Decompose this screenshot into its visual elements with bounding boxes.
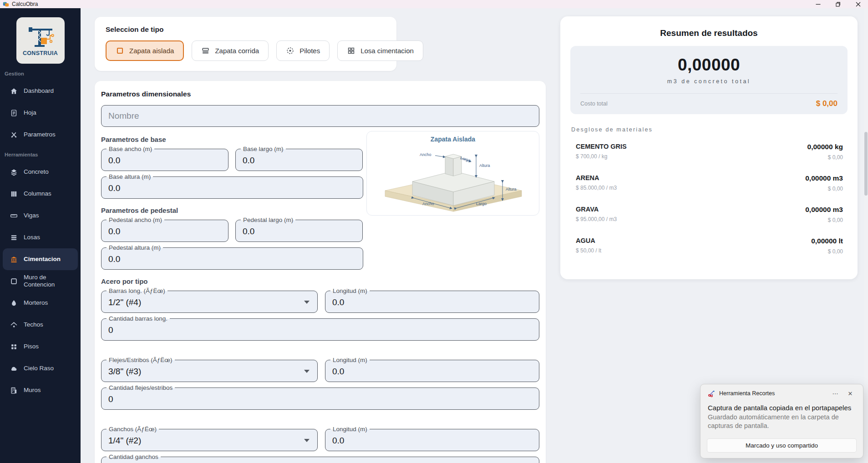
material-name: AGUA	[576, 237, 601, 244]
type-button-pilotes[interactable]: Pilotes	[276, 40, 330, 61]
markup-share-button[interactable]: Marcado y uso compartido	[707, 438, 857, 453]
minimize-icon	[816, 2, 821, 7]
more-options-icon[interactable]: ⋯	[830, 390, 841, 397]
zapata-drawing	[367, 131, 539, 216]
field-label: Cantidad ganchos	[107, 453, 161, 461]
sidebar-item-pisos[interactable]: Pisos	[3, 336, 78, 357]
type-button-label: Zapata aislada	[129, 47, 174, 55]
sidebar-item-dashboard[interactable]: Dashboard	[3, 80, 78, 102]
sidebar-section-herramientas: Herramientas	[5, 152, 81, 157]
field-value: 3/8" (#3)	[108, 367, 141, 377]
type-button-zapata-aislada[interactable]: Zapata aislada	[106, 40, 184, 61]
field-label: Cantidad flejes/estribos	[107, 384, 175, 392]
sidebar-item-techos[interactable]: Techos	[3, 314, 78, 336]
app-logo: CONSTRUIA	[16, 17, 65, 64]
longitud-input[interactable]: Longitud (m) 0.0	[325, 429, 539, 451]
field-value: 0.0	[332, 367, 344, 377]
sidebar-item-label: Columnas	[24, 190, 51, 197]
select-flejes-estribos[interactable]: Flejes/Estribos (ÃƒËœ) 3/8" (#3)	[101, 360, 318, 382]
field-value: 0.0	[243, 226, 254, 237]
toast-body: Guardado automáticamente en la carpeta d…	[708, 413, 847, 430]
pedestal-largo-input[interactable]: Pedestal largo (m) 0.0	[235, 220, 363, 242]
field-label: Cantidad barras long.	[107, 315, 170, 322]
rows-icon	[10, 234, 18, 242]
parameters-card: Parametros dimensionales Parametros de b…	[95, 81, 546, 463]
pedestal-altura-input[interactable]: Pedestal altura (m) 0.0	[101, 247, 363, 270]
field-value: 0.0	[108, 183, 120, 193]
field-value: 0.0	[332, 436, 344, 446]
material-price: $ 700,00 / kg	[576, 153, 627, 160]
cantidad-ganchos-input[interactable]: Cantidad ganchos 0	[101, 457, 539, 463]
slab-icon	[201, 46, 210, 55]
sidebar-item-muro-de-contencion[interactable]: Muro de Contencion	[3, 270, 78, 292]
sidebar-item-morteros[interactable]: Morteros	[3, 292, 78, 314]
field-label: Pedestal largo (m)	[241, 216, 295, 224]
type-button-label: Zapata corrida	[215, 47, 259, 55]
base-altura-input[interactable]: Base altura (m) 0.0	[101, 176, 363, 199]
total-concrete-value: 0,00000	[570, 55, 848, 75]
layers-icon	[10, 168, 18, 176]
material-qty: 0,00000 m3	[805, 174, 843, 182]
select-barras-long[interactable]: Barras long. (ÃƒËœ) 1/2" (#4)	[101, 291, 318, 313]
illustration-label: Largo	[476, 201, 487, 206]
type-button-losa-cimentacion[interactable]: Losa cimentacion	[337, 40, 423, 61]
field-label: Ganchos (ÃƒËœ)	[107, 425, 159, 433]
longitud-input[interactable]: Longitud (m) 0.0	[325, 360, 539, 382]
sidebar-item-muros[interactable]: Muros	[3, 379, 78, 401]
field-value: 1/2" (#4)	[108, 297, 141, 307]
material-price: $ 85.000,00 / m3	[576, 185, 617, 191]
sidebar-item-concreto[interactable]: Concreto	[3, 161, 78, 183]
sidebar-item-cielo-raso[interactable]: Cielo Raso	[3, 357, 78, 379]
field-label: Longitud (m)	[330, 356, 370, 364]
home-icon	[10, 87, 18, 95]
base-largo-input[interactable]: Base largo (m) 0.0	[235, 149, 363, 171]
cantidad-barras-long-input[interactable]: Cantidad barras long. 0	[101, 318, 539, 341]
material-cost: $ 0,00	[811, 248, 843, 255]
restore-icon	[836, 2, 841, 7]
field-label: Base largo (m)	[241, 145, 286, 153]
minimize-button[interactable]	[808, 0, 828, 8]
pedestal-ancho-input[interactable]: Pedestal ancho (m) 0.0	[101, 220, 228, 242]
sidebar-item-losas[interactable]: Losas	[3, 226, 78, 248]
field-label: Longitud (m)	[330, 287, 370, 295]
sidebar-item-vigas[interactable]: Vigas	[3, 205, 78, 226]
field-label: Flejes/Estribos (ÃƒËœ)	[107, 356, 175, 364]
longitud-input[interactable]: Longitud (m) 0.0	[325, 291, 539, 313]
toast-close-icon[interactable]: ✕	[845, 390, 856, 397]
sidebar-item-label: Muro de Contencion	[24, 274, 76, 288]
material-row-agua: AGUA $ 50,00 / lt 0,00000 lt $ 0,00	[576, 237, 843, 255]
roof-icon	[10, 321, 18, 329]
material-qty: 0,00000 kg	[807, 143, 843, 151]
sidebar-item-hoja[interactable]: Hoja	[3, 102, 78, 124]
nombre-input[interactable]	[101, 105, 539, 127]
sidebar-item-parametros[interactable]: Parametros	[3, 124, 78, 146]
results-panel: Resumen de resultados 0,00000 m3 de conc…	[560, 16, 858, 279]
sidebar-item-columnas[interactable]: Columnas	[3, 183, 78, 205]
square-icon	[10, 277, 18, 285]
close-button[interactable]	[848, 0, 868, 8]
scissors-icon	[708, 390, 715, 397]
material-cost: $ 0,00	[805, 217, 843, 223]
cantidad-flejes-estribos-input[interactable]: Cantidad flejes/estribos 0	[101, 388, 539, 410]
sidebar-item-label: Dashboard	[24, 87, 54, 95]
window-titlebar: CalcuObra	[0, 0, 868, 8]
field-label: Barras long. (ÃƒËœ)	[107, 287, 168, 295]
scrollbar-track[interactable]	[864, 8, 868, 463]
sidebar-item-label: Hoja	[24, 109, 36, 116]
select-ganchos[interactable]: Ganchos (ÃƒËœ) 1/4" (#2)	[101, 429, 318, 451]
base-ancho-input[interactable]: Base ancho (m) 0.0	[101, 149, 228, 171]
maximize-button[interactable]	[828, 0, 848, 8]
type-button-zapata-corrida[interactable]: Zapata corrida	[192, 40, 269, 61]
building-icon	[10, 387, 18, 394]
ruler-icon	[10, 212, 18, 220]
grid-o-icon	[347, 46, 355, 55]
field-value: 0.0	[108, 226, 120, 237]
drop-icon	[10, 299, 18, 307]
field-value: 0.0	[243, 156, 254, 166]
field-label: Longitud (m)	[330, 425, 370, 433]
scrollbar-thumb[interactable]	[864, 132, 868, 196]
sidebar-item-cimentacion[interactable]: Cimentacion	[3, 248, 78, 270]
window-title: CalcuObra	[12, 1, 38, 7]
material-row-arena: ARENA $ 85.000,00 / m3 0,00000 m3 $ 0,00	[576, 174, 843, 192]
toast-app-name: Herramienta Recortes	[719, 390, 826, 397]
